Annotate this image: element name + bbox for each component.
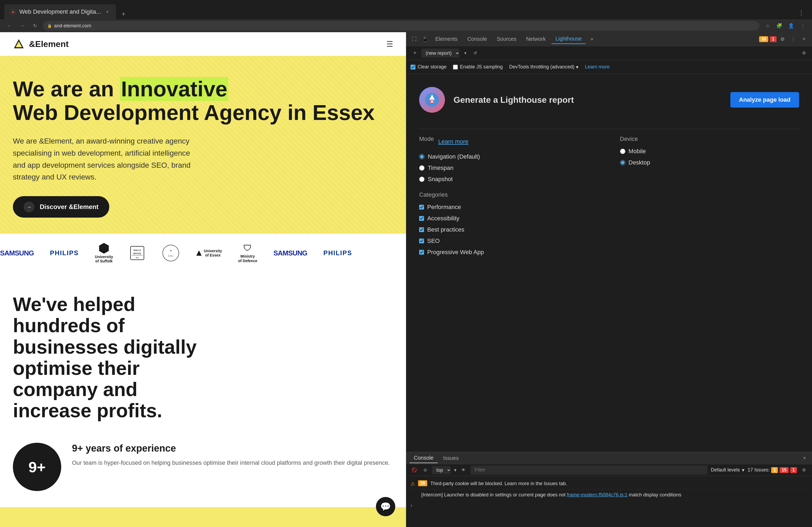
mode-timespan-radio[interactable] (419, 165, 424, 171)
mode-navigation-label: Navigation (Default) (428, 153, 480, 160)
svg-text:⚜: ⚜ (170, 249, 172, 252)
device-desktop-radio[interactable] (620, 160, 625, 165)
issues-tab[interactable]: Issues (439, 453, 463, 463)
tab-network[interactable]: Network (522, 34, 550, 44)
hero-section: We are an Innovative Web Development Age… (0, 56, 406, 234)
console-eye-button[interactable]: 👁 (460, 466, 467, 474)
best-practices-checkbox[interactable] (419, 227, 424, 232)
back-button[interactable]: ← (4, 21, 14, 31)
hamburger-menu[interactable]: ☰ (387, 40, 393, 48)
logo-royal: ⚜ ROYAL (161, 244, 180, 261)
mode-learn-more-link[interactable]: Learn more (438, 138, 468, 145)
inspect-element-button[interactable]: ⛶ (409, 34, 419, 44)
active-tab[interactable]: 🔺 Web Development and Digita... × (4, 4, 116, 19)
mode-timespan-option[interactable]: Timespan (419, 165, 598, 171)
accessibility-checkbox[interactable] (419, 216, 424, 221)
mode-snapshot-option[interactable]: Snapshot (419, 176, 598, 183)
lighthouse-report-select[interactable]: (new report) (421, 48, 460, 58)
pwa-checkbox[interactable] (419, 250, 424, 255)
tab-close-button[interactable]: × (104, 9, 111, 15)
bookmark-button[interactable]: ☆ (763, 21, 772, 31)
warning-count-badge: 38 (759, 36, 768, 42)
category-seo[interactable]: SEO (419, 238, 799, 244)
security-icon: 🔒 (47, 24, 52, 28)
console-panel-close[interactable]: × (800, 454, 809, 463)
tab-console[interactable]: Console (463, 34, 491, 44)
tab-lighthouse[interactable]: Lighthouse (551, 34, 586, 44)
chat-icon: 💬 (380, 501, 391, 512)
site-logo: &Element (13, 38, 69, 50)
clear-storage-checkbox[interactable] (410, 65, 416, 70)
categories-checkbox-group: Performance Accessibility Best practices (419, 204, 799, 256)
pwa-label: Progressive Web App (427, 249, 484, 256)
device-mobile-radio[interactable] (620, 149, 625, 154)
console-filter-input[interactable] (470, 466, 708, 475)
console-filter-button[interactable]: ⊘ (421, 466, 429, 474)
category-pwa[interactable]: Progressive Web App (419, 249, 799, 256)
category-best-practices[interactable]: Best practices (419, 226, 799, 233)
devtools-close-button[interactable]: × (799, 34, 809, 44)
svg-text:ROYAL: ROYAL (168, 255, 174, 257)
stat-circle: 9+ (13, 443, 61, 491)
issues-error2-badge: 1 (790, 467, 797, 473)
mode-timespan-label: Timespan (428, 165, 453, 171)
console-clear-button[interactable]: 🚫 (410, 466, 418, 474)
more-tabs-button[interactable]: » (587, 34, 597, 44)
mode-navigation-option[interactable]: Navigation (Default) (419, 153, 598, 160)
stat-content: 9+ years of experience Our team is hyper… (72, 443, 393, 467)
discover-button[interactable]: → Discover &Element (13, 196, 109, 217)
category-accessibility[interactable]: Accessibility (419, 215, 799, 222)
forward-button[interactable]: → (17, 21, 27, 31)
stat-number: 9+ (28, 458, 46, 476)
refresh-button[interactable]: ↻ (30, 21, 40, 31)
clear-storage-option[interactable]: Clear storage (410, 64, 447, 70)
enable-js-option[interactable]: Enable JS sampling (453, 64, 503, 70)
tab-elements[interactable]: Elements (431, 34, 462, 44)
console-settings-button[interactable]: ⚙ (800, 466, 808, 474)
performance-checkbox[interactable] (419, 205, 424, 210)
logo-rolls-royce: ROLLS ROYCE RR (129, 244, 145, 261)
devtools-more-button[interactable]: ⋮ (788, 34, 798, 44)
context-dropdown-icon[interactable]: ▾ (454, 467, 456, 473)
address-bar[interactable]: 🔒 and-element.com (43, 21, 759, 31)
console-context-select[interactable]: top (432, 466, 451, 474)
frame-modern-link[interactable]: frame-modern.f5084c76.js:1 (567, 492, 627, 497)
chat-button[interactable]: 💬 (376, 497, 395, 516)
lighthouse-settings-button[interactable]: ⚙ (800, 49, 808, 57)
device-toolbar-button[interactable]: 📱 (420, 34, 430, 44)
lighthouse-report-dropdown[interactable]: ▾ (462, 49, 469, 57)
tab-sources[interactable]: Sources (492, 34, 521, 44)
lighthouse-toolbar: + (new report) ▾ ↺ ⚙ (406, 46, 812, 60)
mode-snapshot-radio[interactable] (419, 177, 424, 182)
devtools-settings-button[interactable]: ⚙ (778, 34, 787, 44)
logo-suffolk: Universityof Suffolk (95, 244, 113, 261)
accessibility-label: Accessibility (427, 215, 460, 222)
category-performance[interactable]: Performance (419, 204, 799, 211)
logo-mod: 🛡 Ministryof Defence (238, 244, 258, 261)
mode-navigation-radio[interactable] (419, 154, 424, 160)
device-desktop-option[interactable]: Desktop (620, 159, 799, 166)
throttle-label: DevTools throttling (advanced) (509, 64, 574, 70)
console-panel: Console Issues × 🚫 ⊘ top ▾ 👁 Default lev… (406, 452, 812, 527)
console-tab[interactable]: Console (409, 453, 438, 463)
learn-more-link[interactable]: Learn more (585, 64, 610, 70)
issues-count: 17 Issues: 1 15 1 (748, 467, 797, 473)
analyze-page-load-button[interactable]: Analyze page load (730, 92, 799, 108)
device-label: Device (620, 136, 638, 142)
extensions-button[interactable]: 🧩 (774, 21, 784, 31)
default-levels-dropdown[interactable]: Default levels ▾ (711, 467, 744, 473)
enable-js-checkbox[interactable] (453, 65, 458, 70)
lighthouse-refresh-button[interactable]: ↺ (471, 49, 479, 57)
profile-button[interactable]: 👤 (786, 21, 796, 31)
tab-strip-extra[interactable]: ⋮ (795, 6, 808, 19)
lighthouse-add-button[interactable]: + (410, 49, 419, 57)
device-mobile-label: Mobile (628, 148, 646, 155)
logo-text: &Element (29, 39, 69, 49)
throttle-dropdown-icon[interactable]: ▾ (576, 64, 578, 70)
new-tab-button[interactable]: + (118, 9, 129, 19)
content-title: We've helped hundreds of businesses digi… (13, 294, 201, 421)
device-mobile-option[interactable]: Mobile (620, 148, 799, 155)
mode-column: Mode Learn more Navigation (Default) Tim… (419, 136, 598, 183)
browser-menu-button[interactable]: ⋮ (798, 21, 808, 31)
seo-checkbox[interactable] (419, 239, 424, 243)
